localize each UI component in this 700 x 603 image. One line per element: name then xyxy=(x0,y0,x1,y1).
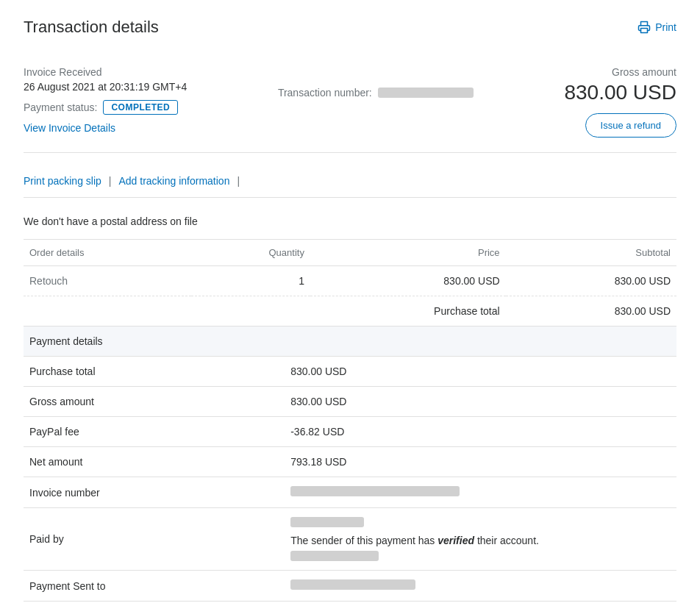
col-subtotal: Subtotal xyxy=(506,240,676,266)
invoice-left: Invoice Received 26 August 2021 at 20:31… xyxy=(24,66,187,134)
sender-verified-text: The sender of this payment has verified … xyxy=(290,535,671,546)
invoice-right: Gross amount 830.00 USD Issue a refund xyxy=(564,66,676,138)
table-row: Retouch 1 830.00 USD 830.00 USD xyxy=(24,266,676,296)
payment-sent-to-row: Payment Sent to xyxy=(24,571,676,602)
purchase-total-row: Purchase total 830.00 USD xyxy=(24,296,676,327)
payment-detail-row-gross: Gross amount 830.00 USD xyxy=(24,387,676,417)
payment-detail-row-net: Net amount 793.18 USD xyxy=(24,447,676,477)
packing-slip-row: Print packing slip | Add tracking inform… xyxy=(24,165,676,198)
payment-status-row: Payment status: COMPLETED xyxy=(24,100,187,115)
paid-by-row: Paid by The sender of this payment has v… xyxy=(24,508,676,571)
pd-label-0: Purchase total xyxy=(24,357,285,387)
invoice-number-label: Invoice number xyxy=(24,477,285,508)
col-quantity: Quantity xyxy=(191,240,310,266)
no-address-notice: We don't have a postal address on file xyxy=(24,210,676,239)
invoice-received-label: Invoice Received xyxy=(24,66,187,78)
invoice-number-row: Invoice number xyxy=(24,477,676,508)
invoice-date: 26 August 2021 at 20:31:19 GMT+4 xyxy=(24,81,187,93)
pd-value-0: 830.00 USD xyxy=(285,357,676,387)
col-order-details: Order details xyxy=(24,240,191,266)
pd-value-1: 830.00 USD xyxy=(285,387,676,417)
transaction-number-area: Transaction number: xyxy=(278,66,474,99)
print-packing-slip-link[interactable]: Print packing slip xyxy=(24,175,101,187)
invoice-number-redacted xyxy=(290,486,460,496)
page-title: Transaction details xyxy=(24,18,159,37)
item-price: 830.00 USD xyxy=(310,266,506,296)
paid-by-label: Paid by xyxy=(24,508,285,571)
order-table: Order details Quantity Price Subtotal Re… xyxy=(24,239,676,326)
view-invoice-link[interactable]: View Invoice Details xyxy=(24,122,115,134)
verified-word: verified xyxy=(438,535,474,546)
payment-status-label: Payment status: xyxy=(24,101,97,113)
transaction-number-redacted xyxy=(378,88,474,98)
payment-detail-row-purchase-total: Purchase total 830.00 USD xyxy=(24,357,676,387)
payment-sent-redacted xyxy=(290,579,415,590)
pd-value-2: -36.82 USD xyxy=(285,417,676,447)
payment-detail-row-paypal-fee: PayPal fee -36.82 USD xyxy=(24,417,676,447)
gross-amount-value: 830.00 USD xyxy=(564,81,676,104)
total-empty2 xyxy=(191,296,310,327)
col-price: Price xyxy=(310,240,506,266)
payment-details-section: Payment details Purchase total 830.00 US… xyxy=(24,326,676,602)
gross-amount-label: Gross amount xyxy=(564,66,676,78)
pd-label-2: PayPal fee xyxy=(24,417,285,447)
svg-rect-0 xyxy=(641,29,648,33)
purchase-total-value: 830.00 USD xyxy=(506,296,676,327)
purchase-total-label: Purchase total xyxy=(310,296,506,327)
total-empty xyxy=(24,296,191,327)
item-quantity: 1 xyxy=(191,266,310,296)
issue-refund-button[interactable]: Issue a refund xyxy=(585,113,676,138)
pd-value-3: 793.18 USD xyxy=(285,447,676,477)
packing-divider-2: | xyxy=(237,175,240,187)
paid-by-name-redacted xyxy=(290,517,364,527)
payment-sent-value xyxy=(285,571,676,602)
paid-by-detail-redacted xyxy=(290,551,379,561)
payment-details-table: Purchase total 830.00 USD Gross amount 8… xyxy=(24,357,676,602)
item-subtotal: 830.00 USD xyxy=(506,266,676,296)
invoice-header: Invoice Received 26 August 2021 at 20:31… xyxy=(24,54,676,153)
printer-icon xyxy=(638,21,651,34)
print-label: Print xyxy=(655,21,676,33)
invoice-number-value xyxy=(285,477,676,508)
pd-label-1: Gross amount xyxy=(24,387,285,417)
item-name: Retouch xyxy=(24,266,191,296)
transaction-number-label: Transaction number: xyxy=(278,87,372,99)
verified-pre: The sender of this payment has xyxy=(290,535,435,546)
payment-sent-label: Payment Sent to xyxy=(24,571,285,602)
status-badge: COMPLETED xyxy=(103,100,178,115)
paid-by-cell: The sender of this payment has verified … xyxy=(290,517,671,561)
paid-by-value: The sender of this payment has verified … xyxy=(285,508,676,571)
verified-post: their account. xyxy=(477,535,539,546)
print-button[interactable]: Print xyxy=(638,21,676,34)
order-table-header: Order details Quantity Price Subtotal xyxy=(24,240,676,266)
payment-details-header: Payment details xyxy=(24,327,676,357)
pd-label-3: Net amount xyxy=(24,447,285,477)
packing-divider-1: | xyxy=(109,175,112,187)
add-tracking-link[interactable]: Add tracking information xyxy=(118,175,229,187)
page-title-row: Transaction details Print xyxy=(24,18,676,37)
